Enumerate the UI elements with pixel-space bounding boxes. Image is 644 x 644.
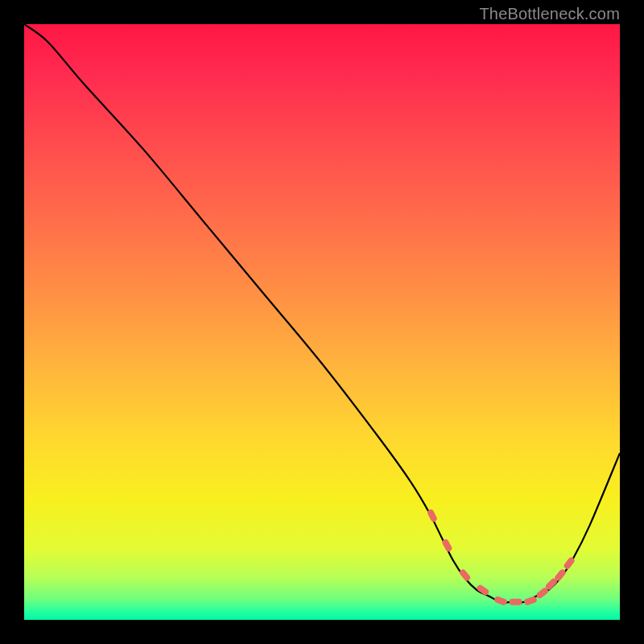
gradient-background [24, 24, 620, 620]
chart-container: TheBottleneck.com [0, 0, 644, 644]
attribution-text: TheBottleneck.com [479, 5, 620, 23]
svg-rect-0 [24, 24, 620, 620]
plot-area [24, 24, 620, 620]
